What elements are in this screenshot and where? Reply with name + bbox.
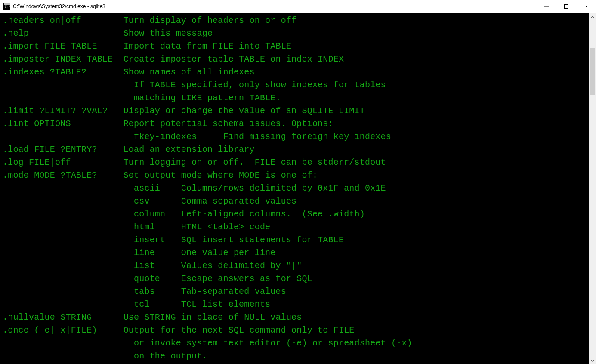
titlebar[interactable]: C:\ C:\Windows\System32\cmd.exe - sqlite… [0,0,596,13]
vertical-scrollbar[interactable] [589,13,596,364]
maximize-button[interactable] [556,0,576,13]
scroll-down-arrow-icon[interactable] [589,357,596,364]
minimize-button[interactable] [537,0,556,13]
client-area: .headers on|off Turn display of headers … [0,13,596,364]
window-title: C:\Windows\System32\cmd.exe - sqlite3 [13,3,537,9]
scroll-up-arrow-icon[interactable] [589,13,596,21]
svg-text:C:\: C:\ [5,5,10,9]
close-button[interactable] [576,0,596,13]
scrollbar-thumb[interactable] [590,48,595,95]
cmd-window: C:\ C:\Windows\System32\cmd.exe - sqlite… [0,0,596,364]
window-controls [537,0,596,13]
svg-rect-1 [4,3,10,5]
terminal-output[interactable]: .headers on|off Turn display of headers … [0,13,589,364]
svg-rect-4 [565,5,568,9]
cmd-app-icon: C:\ [3,3,10,10]
